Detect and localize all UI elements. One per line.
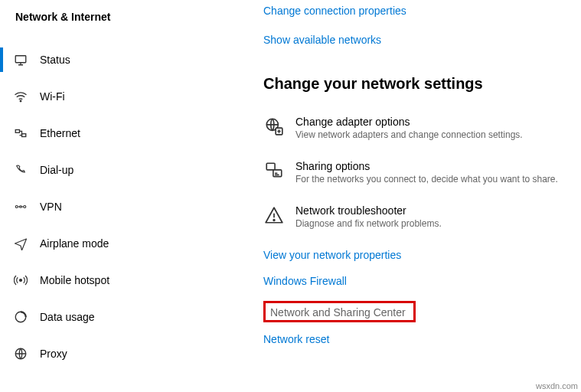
svg-rect-2 bbox=[15, 130, 19, 133]
sidebar-item-airplane[interactable]: Airplane mode bbox=[0, 225, 230, 262]
option-desc: For the networks you connect to, decide … bbox=[295, 174, 573, 185]
link-show-available-networks[interactable]: Show available networks bbox=[263, 34, 381, 46]
watermark: wsxdn.com bbox=[536, 381, 578, 390]
sidebar-item-hotspot[interactable]: Mobile hotspot bbox=[0, 262, 230, 299]
sidebar-item-label: Status bbox=[40, 54, 70, 66]
sidebar-item-ethernet[interactable]: Ethernet bbox=[0, 115, 230, 152]
airplane-icon bbox=[12, 235, 29, 252]
svg-rect-0 bbox=[15, 56, 26, 63]
sidebar-items: Status Wi-Fi Ethernet bbox=[0, 41, 230, 372]
section-heading: Change your network settings bbox=[263, 75, 573, 93]
option-change-adapter[interactable]: Change adapter options View network adap… bbox=[263, 116, 573, 140]
sidebar-item-label: Airplane mode bbox=[40, 237, 109, 250]
highlight-box: Network and Sharing Center bbox=[263, 301, 416, 322]
main-content: Change connection properties Show availa… bbox=[230, 0, 581, 392]
ethernet-icon bbox=[12, 125, 29, 142]
vpn-icon bbox=[12, 198, 29, 215]
sidebar-item-label: Mobile hotspot bbox=[40, 274, 109, 286]
link-windows-firewall[interactable]: Windows Firewall bbox=[263, 275, 347, 287]
sidebar-item-dialup[interactable]: Dial-up bbox=[0, 152, 230, 188]
option-text: Network troubleshooter Diagnose and fix … bbox=[295, 204, 573, 229]
sidebar-item-datausage[interactable]: Data usage bbox=[0, 299, 230, 335]
sidebar-item-status[interactable]: Status bbox=[0, 41, 230, 78]
option-title: Sharing options bbox=[295, 160, 573, 172]
option-title: Change adapter options bbox=[295, 116, 573, 128]
warning-icon bbox=[263, 204, 285, 226]
svg-point-13 bbox=[273, 220, 275, 221]
svg-point-5 bbox=[24, 206, 26, 208]
link-view-network-properties[interactable]: View your network properties bbox=[263, 249, 401, 261]
link-network-reset[interactable]: Network reset bbox=[263, 333, 329, 345]
link-network-sharing-center[interactable]: Network and Sharing Center bbox=[270, 306, 406, 318]
sidebar-item-label: Proxy bbox=[40, 348, 67, 360]
sidebar-item-vpn[interactable]: VPN bbox=[0, 188, 230, 225]
sidebar-item-wifi[interactable]: Wi-Fi bbox=[0, 78, 230, 115]
svg-rect-3 bbox=[22, 134, 26, 137]
data-usage-icon bbox=[12, 309, 29, 325]
globe-adapter-icon bbox=[263, 116, 285, 137]
option-desc: View network adapters and change connect… bbox=[295, 129, 573, 140]
svg-point-4 bbox=[15, 206, 18, 208]
proxy-icon bbox=[12, 345, 29, 362]
option-text: Change adapter options View network adap… bbox=[295, 116, 573, 140]
sidebar-item-label: Dial-up bbox=[40, 164, 73, 176]
sidebar-item-label: Data usage bbox=[40, 311, 95, 323]
sidebar-item-label: VPN bbox=[40, 201, 62, 213]
sidebar-item-proxy[interactable]: Proxy bbox=[0, 335, 230, 372]
links-block: View your network properties Windows Fir… bbox=[263, 249, 573, 359]
sidebar-item-label: Ethernet bbox=[40, 127, 80, 139]
svg-point-6 bbox=[20, 279, 22, 282]
option-sharing[interactable]: Sharing options For the networks you con… bbox=[263, 160, 573, 185]
link-change-connection-properties[interactable]: Change connection properties bbox=[263, 5, 406, 17]
dialup-icon bbox=[12, 162, 29, 178]
option-desc: Diagnose and fix network problems. bbox=[295, 218, 573, 229]
option-troubleshooter[interactable]: Network troubleshooter Diagnose and fix … bbox=[263, 204, 573, 229]
sidebar-header: Network & Internet bbox=[0, 6, 230, 28]
option-title: Network troubleshooter bbox=[295, 204, 573, 217]
option-text: Sharing options For the networks you con… bbox=[295, 160, 573, 185]
wifi-icon bbox=[12, 88, 29, 105]
sidebar: Network & Internet Status Wi-Fi bbox=[0, 0, 230, 392]
svg-rect-11 bbox=[266, 163, 275, 170]
sidebar-item-label: Wi-Fi bbox=[40, 90, 65, 103]
hotspot-icon bbox=[12, 272, 29, 289]
sharing-icon bbox=[263, 160, 285, 181]
svg-point-1 bbox=[20, 100, 21, 102]
status-icon bbox=[12, 51, 29, 68]
